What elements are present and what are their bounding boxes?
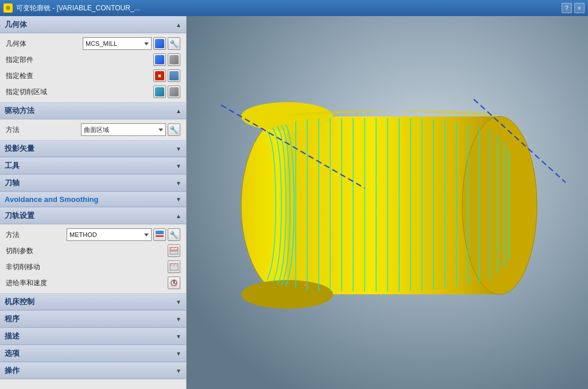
feed-rate-icon: [169, 279, 179, 287]
section-machine-chevron: ▼: [176, 299, 181, 305]
specify-part-row: 指定部件: [0, 52, 186, 68]
title-bar: ⚙ 可变轮廓铣 - [VARIABLE_CONTOUR_... ? ×: [0, 0, 588, 16]
cut-params-btn[interactable]: [168, 244, 180, 257]
drive-wrench-icon: 🔧: [169, 126, 179, 134]
svg-point-23: [498, 254, 502, 258]
section-projection-chevron: ▼: [176, 146, 181, 152]
cut-params-label: 切削参数: [6, 246, 168, 256]
section-drive-content: 方法 曲面区域 🔧: [0, 119, 186, 140]
section-toolpath-content: 方法 METHOD 🔧 切削参数: [0, 224, 186, 293]
section-toolpath-label: 刀轨设置: [5, 211, 34, 221]
section-avoidance-chevron: ▼: [176, 196, 181, 203]
specify-part-btn2[interactable]: [168, 53, 180, 66]
specify-cut-btn2[interactable]: [168, 85, 180, 98]
section-toolpath-header[interactable]: 刀轨设置 ▲: [0, 207, 186, 224]
title-bar-controls: ? ×: [562, 3, 585, 13]
drive-method-row: 方法 曲面区域 🔧: [0, 122, 186, 138]
geometry-dropdown[interactable]: MCS_MILL: [83, 37, 152, 50]
specify-check-label: 指定检查: [6, 71, 153, 81]
section-options-chevron: ▼: [176, 351, 181, 357]
app-icon: ⚙: [3, 3, 13, 13]
section-machine-header[interactable]: 机床控制 ▼: [0, 293, 186, 310]
feed-rate-label: 进给率和速度: [6, 278, 168, 288]
section-avoidance-header[interactable]: Avoidance and Smoothing ▼: [0, 192, 186, 207]
section-drive-label: 驱动方法: [5, 106, 34, 116]
main-content: 几何体 ▲ 几何体 MCS_MILL 🔧 指定部件: [0, 16, 588, 389]
toolpath-method-dropdown[interactable]: METHOD: [67, 228, 152, 241]
section-tool-axis-chevron: ▼: [176, 180, 181, 186]
geometry-icon-btn[interactable]: [153, 37, 166, 50]
drive-method-btn[interactable]: 🔧: [168, 123, 180, 136]
toolpath-method-controls: METHOD 🔧: [67, 228, 180, 241]
specify-part-btn1[interactable]: [153, 53, 166, 66]
section-tool-chevron: ▼: [176, 163, 181, 169]
geometry-row: 几何体 MCS_MILL 🔧: [0, 36, 186, 52]
section-geometry-chevron: ▲: [176, 22, 181, 28]
close-button[interactable]: ×: [574, 3, 585, 13]
help-button[interactable]: ?: [562, 3, 572, 13]
drive-method-dropdown[interactable]: 曲面区域: [81, 123, 166, 136]
feed-rate-btn[interactable]: [168, 277, 180, 289]
section-program-label: 程序: [5, 314, 20, 324]
non-cut-label: 非切削移动: [6, 262, 168, 272]
section-program-chevron: ▼: [176, 316, 181, 322]
specify-part-controls: [153, 53, 180, 66]
cut-gray-icon: [169, 87, 179, 96]
svg-rect-0: [156, 231, 164, 235]
section-description-label: 描述: [5, 331, 20, 341]
svg-rect-6: [170, 251, 178, 254]
method-icon-svg: [156, 231, 164, 239]
wrench-icon: 🔧: [169, 40, 179, 48]
cut-params-controls: [168, 244, 180, 257]
non-cut-controls: [168, 260, 180, 273]
part-gray-icon: [169, 55, 179, 64]
left-panel: 几何体 ▲ 几何体 MCS_MILL 🔧 指定部件: [0, 16, 187, 389]
non-cut-btn[interactable]: [168, 260, 180, 273]
part-icon: [155, 55, 164, 64]
check-red-icon: ■: [155, 71, 164, 80]
section-tool-header[interactable]: 工具 ▼: [0, 157, 186, 174]
section-geometry-header[interactable]: 几何体 ▲: [0, 16, 186, 33]
section-projection-header[interactable]: 投影矢量 ▼: [0, 140, 186, 157]
feed-rate-controls: [168, 277, 180, 289]
section-tool-axis-label: 刀轴: [5, 178, 20, 188]
specify-check-controls: ■: [153, 69, 180, 82]
region-icon: [155, 87, 164, 96]
svg-rect-4: [170, 247, 178, 250]
toolpath-method-row: 方法 METHOD 🔧: [0, 227, 186, 243]
geometry-wrench-btn[interactable]: 🔧: [168, 37, 180, 50]
geometry-label: 几何体: [6, 39, 83, 49]
specify-cut-btn1[interactable]: [153, 85, 166, 98]
specify-cut-row: 指定切削区域: [0, 84, 186, 100]
toolpath-method-label: 方法: [6, 230, 67, 240]
geometry-controls: MCS_MILL 🔧: [83, 37, 180, 50]
specify-check-btn1[interactable]: ■: [153, 69, 166, 82]
toolpath-icon-btn[interactable]: [153, 228, 166, 241]
3d-viewport[interactable]: [187, 16, 588, 389]
section-tool-axis-header[interactable]: 刀轴 ▼: [0, 174, 186, 192]
section-drive-chevron: ▲: [176, 108, 181, 114]
section-tool-label: 工具: [5, 161, 20, 171]
section-machine-label: 机床控制: [5, 297, 34, 307]
svg-point-21: [241, 280, 333, 309]
specify-check-row: 指定检查 ■: [0, 68, 186, 84]
window-title: 可变轮廓铣 - [VARIABLE_CONTOUR_...: [16, 3, 140, 13]
section-drive-header[interactable]: 驱动方法 ▲: [0, 102, 186, 119]
svg-point-13: [173, 282, 175, 283]
section-projection-label: 投影矢量: [5, 143, 34, 154]
section-actions-header[interactable]: 操作 ▼: [0, 362, 186, 379]
feed-rate-row: 进给率和速度: [0, 275, 186, 291]
svg-rect-1: [156, 235, 164, 237]
section-description-chevron: ▼: [176, 333, 181, 340]
section-program-header[interactable]: 程序 ▼: [0, 310, 186, 328]
cut-params-icon: [169, 247, 179, 255]
specify-cut-label: 指定切削区域: [6, 87, 153, 97]
section-options-header[interactable]: 选项 ▼: [0, 345, 186, 362]
specify-part-label: 指定部件: [6, 55, 153, 65]
section-options-label: 选项: [5, 348, 20, 359]
toolpath-wrench-btn[interactable]: 🔧: [168, 228, 180, 241]
cut-params-row: 切削参数: [0, 243, 186, 259]
section-description-header[interactable]: 描述 ▼: [0, 328, 186, 345]
toolpath-wrench-icon: 🔧: [169, 231, 179, 239]
specify-check-btn2[interactable]: [168, 69, 180, 82]
